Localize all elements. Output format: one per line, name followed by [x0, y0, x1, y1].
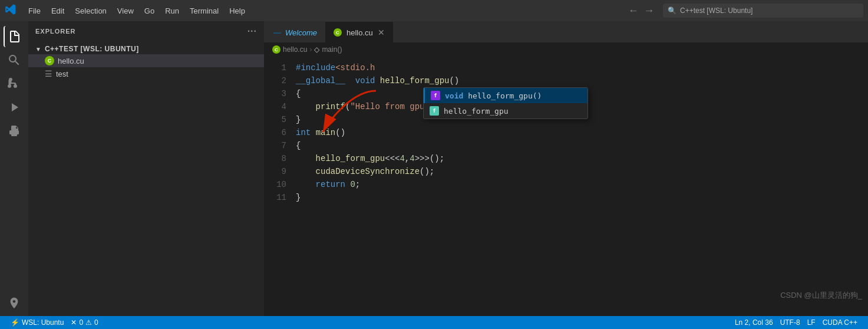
status-bar: ⚡ WSL: Ubuntu ✕ 0 ⚠ 0 Ln 2, Col 36 UTF-8…: [0, 316, 868, 329]
editor-area: ⸻ Welcome C hello.cu ✕ C hello.cu › ◇ ma…: [264, 21, 868, 316]
status-errors[interactable]: ✕ 0 ⚠ 0: [67, 318, 101, 327]
language-label: CUDA C++: [823, 318, 857, 327]
autocomplete-item-label-0: void hello_form_gpu(): [445, 91, 542, 100]
code-line-9: cudaDeviceSynchronize();: [293, 165, 868, 178]
folder-section: ▼ C++TEST [WSL: UBUNTU] C hello.cu ☰ tes…: [28, 41, 264, 83]
autocomplete-item-label-1: hello_form_gpu: [444, 107, 509, 116]
forward-button[interactable]: →: [642, 4, 656, 18]
code-line-2: __global__ void hello_form_gpu(): [293, 74, 868, 87]
title-search[interactable]: 🔍 C++test [WSL: Ubuntu]: [663, 4, 863, 18]
breadcrumb-separator: ›: [309, 45, 312, 54]
status-wsl-label: WSL: Ubuntu: [22, 318, 64, 327]
title-bar: File Edit Selection View Go Run Terminal…: [0, 0, 868, 21]
menu-terminal[interactable]: Terminal: [185, 4, 223, 18]
tab-hello-cu[interactable]: C hello.cu ✕: [325, 22, 393, 42]
activity-source-control[interactable]: [4, 73, 25, 94]
code-line-7: {: [293, 139, 868, 152]
status-wsl[interactable]: ⚡ WSL: Ubuntu: [7, 318, 67, 327]
menu-selection[interactable]: Selection: [70, 4, 111, 18]
vscode-icon: ⸻: [272, 28, 280, 37]
folder-header[interactable]: ▼ C++TEST [WSL: UBUNTU]: [28, 44, 264, 54]
vscode-logo: [5, 4, 16, 18]
menu-bar: File Edit Selection View Go Run Terminal…: [24, 4, 250, 18]
code-area[interactable]: 1 2 3 4 5 6 7 8 9 10 11 #include<stdio.h…: [264, 57, 868, 316]
activity-extensions[interactable]: [4, 120, 25, 142]
autocomplete-popup[interactable]: f void hello_form_gpu() f hello_form_gpu: [423, 87, 588, 119]
folder-name: C++TEST [WSL: UBUNTU]: [45, 45, 139, 53]
tabs-bar: ⸻ Welcome C hello.cu ✕: [264, 21, 868, 42]
main-area: EXPLORER ··· ▼ C++TEST [WSL: UBUNTU] C h…: [0, 21, 868, 316]
breadcrumb-function: main(): [322, 45, 342, 54]
line-col-label: Ln 2, Col 36: [735, 318, 773, 327]
menu-file[interactable]: File: [24, 4, 45, 18]
breadcrumb-file-icon: C: [272, 45, 280, 54]
explorer-label: EXPLORER: [35, 28, 76, 35]
activity-search[interactable]: [4, 50, 25, 71]
activity-run[interactable]: [4, 97, 25, 118]
activity-remote[interactable]: [4, 292, 25, 314]
code-line-11: }: [293, 191, 868, 204]
cuda-tab-icon: C: [334, 28, 342, 37]
activity-explorer[interactable]: [4, 26, 25, 47]
status-encoding[interactable]: UTF-8: [777, 318, 804, 327]
line-numbers: 1 2 3 4 5 6 7 8 9 10 11: [264, 57, 293, 316]
file-item-hello-cu[interactable]: C hello.cu: [28, 54, 264, 67]
file-item-test[interactable]: ☰ test: [28, 67, 264, 80]
file-name-test: test: [56, 70, 68, 78]
code-line-6: int main(): [293, 126, 868, 139]
menu-edit[interactable]: Edit: [47, 4, 69, 18]
warning-icon: ⚠: [85, 318, 92, 327]
sidebar-more-button[interactable]: ···: [247, 26, 257, 37]
breadcrumb-symbol-icon: ◇: [314, 45, 319, 54]
folder-icon: ☰: [45, 69, 52, 78]
code-line-8: hello_form_gpu<<<4,4>>>();: [293, 152, 868, 165]
autocomplete-item-0[interactable]: f void hello_form_gpu(): [424, 88, 588, 103]
search-icon: 🔍: [668, 6, 676, 15]
status-eol[interactable]: LF: [804, 318, 819, 327]
tab-close-button[interactable]: ✕: [378, 28, 385, 37]
nav-buttons: ← →: [626, 4, 656, 18]
remote-icon: ⚡: [11, 318, 19, 327]
sidebar: EXPLORER ··· ▼ C++TEST [WSL: UBUNTU] C h…: [28, 21, 264, 316]
encoding-label: UTF-8: [780, 318, 800, 327]
error-count: 0: [79, 318, 83, 327]
tab-welcome-label: Welcome: [285, 28, 317, 37]
chevron-down-icon: ▼: [35, 46, 41, 52]
menu-help[interactable]: Help: [225, 4, 250, 18]
sidebar-header: EXPLORER ···: [28, 21, 264, 41]
menu-go[interactable]: Go: [140, 4, 159, 18]
autocomplete-item-icon-0: f: [431, 91, 440, 100]
code-line-10: return 0;: [293, 178, 868, 191]
tab-hello-cu-label: hello.cu: [346, 28, 373, 37]
file-name-hello-cu: hello.cu: [58, 57, 84, 65]
tab-welcome[interactable]: ⸻ Welcome: [264, 22, 325, 42]
search-text: C++test [WSL: Ubuntu]: [680, 6, 753, 15]
autocomplete-item-icon-1: f: [430, 106, 439, 116]
menu-run[interactable]: Run: [160, 4, 184, 18]
back-button[interactable]: ←: [626, 4, 640, 18]
menu-view[interactable]: View: [113, 4, 138, 18]
error-icon: ✕: [71, 318, 77, 327]
autocomplete-item-1[interactable]: f hello_form_gpu: [424, 103, 588, 119]
code-line-1: #include<stdio.h: [293, 61, 868, 74]
breadcrumb-file: hello.cu: [283, 45, 307, 54]
status-line-col[interactable]: Ln 2, Col 36: [731, 318, 777, 327]
warning-count: 0: [94, 318, 98, 327]
activity-bar: [0, 21, 28, 316]
status-language[interactable]: CUDA C++: [819, 318, 861, 327]
cuda-file-icon: C: [45, 56, 54, 65]
watermark: CSDN @山里灵活的狗_: [780, 290, 862, 301]
eol-label: LF: [807, 318, 816, 327]
breadcrumb: C hello.cu › ◇ main(): [264, 42, 868, 57]
